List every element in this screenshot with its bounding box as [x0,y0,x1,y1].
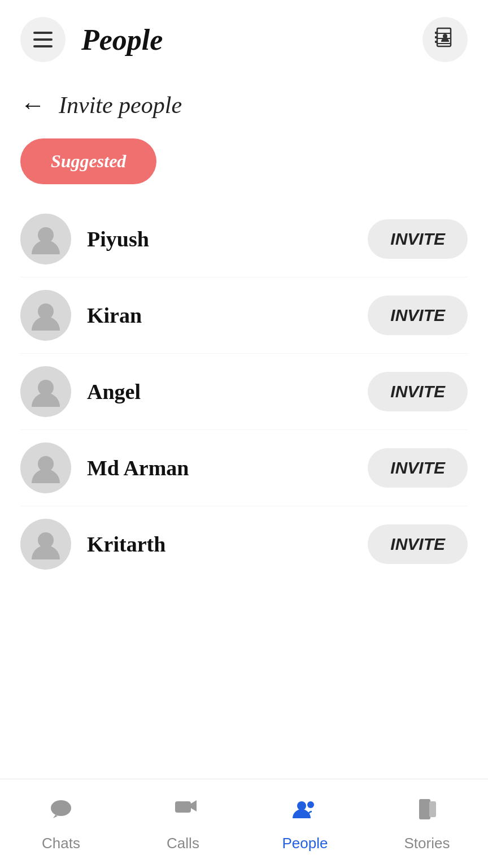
contact-name: Angel [87,379,368,404]
svg-rect-5 [435,36,437,38]
suggested-pill[interactable]: Suggested [0,133,488,196]
svg-point-13 [51,800,71,816]
contact-name: Piyush [87,227,368,251]
svg-rect-19 [429,801,436,817]
nav-item-calls[interactable]: Calls [122,796,244,852]
svg-rect-4 [435,32,437,34]
contact-name: Md Arman [87,455,368,480]
contact-item: Kiran INVITE [20,277,468,354]
contacts-book-icon [434,26,456,53]
menu-button[interactable] [20,17,66,62]
bottom-nav: Chats Calls People Stories [0,779,488,868]
contact-item: Kritarth INVITE [20,506,468,582]
contacts-button[interactable] [422,17,468,62]
contact-name: Kritarth [87,532,368,557]
svg-rect-18 [419,799,430,819]
avatar [20,366,71,417]
page-title: People [81,23,163,57]
nav-item-people[interactable]: People [244,796,366,852]
svg-rect-6 [435,41,437,43]
invite-title: Invite people [59,92,182,119]
avatar [20,214,71,264]
svg-rect-14 [175,801,191,813]
invite-people-row: ← Invite people [0,73,488,133]
hamburger-icon [33,32,53,47]
people-icon [291,796,319,829]
invite-button[interactable]: INVITE [368,296,468,335]
avatar [20,442,71,493]
svg-marker-15 [191,800,197,811]
invite-button[interactable]: INVITE [368,524,468,564]
svg-point-17 [307,801,314,808]
header-left: People [20,17,163,62]
nav-item-stories[interactable]: Stories [366,796,488,852]
calls-icon [169,796,197,829]
stories-label: Stories [404,835,450,852]
people-label: People [282,835,328,852]
avatar [20,290,71,341]
invite-button[interactable]: INVITE [368,448,468,488]
chats-label: Chats [42,835,80,852]
contact-item: Piyush INVITE [20,201,468,277]
contact-list: Piyush INVITE Kiran INVITE Angel INVITE … [0,196,488,588]
svg-point-16 [297,801,306,810]
calls-label: Calls [167,835,199,852]
invite-button[interactable]: INVITE [368,372,468,411]
header: People [0,0,488,73]
stories-icon [413,796,441,829]
contact-item: Angel INVITE [20,354,468,430]
contact-item: Md Arman INVITE [20,430,468,506]
avatar [20,519,71,570]
svg-point-7 [443,34,447,38]
contact-name: Kiran [87,303,368,328]
back-button[interactable]: ← [20,90,45,119]
chats-icon [47,796,75,829]
nav-item-chats[interactable]: Chats [0,796,122,852]
invite-button[interactable]: INVITE [368,219,468,259]
